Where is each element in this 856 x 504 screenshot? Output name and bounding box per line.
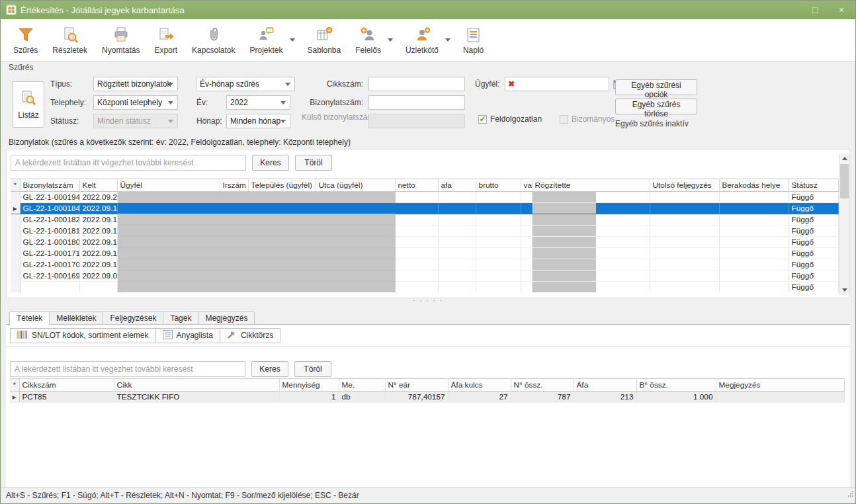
panel-splitter[interactable]: · · · · · bbox=[1, 298, 855, 310]
snlot-button[interactable]: SN/LOT kódok, sortiment elemek bbox=[10, 328, 156, 343]
document-row[interactable]: Függő bbox=[11, 282, 839, 293]
clear-customer-icon[interactable]: ✖ bbox=[505, 77, 517, 91]
scrollbar-thumb[interactable] bbox=[840, 164, 849, 198]
documents-search-input[interactable] bbox=[11, 155, 246, 171]
chevron-down-icon[interactable] bbox=[388, 38, 393, 42]
column-header[interactable]: Utca (ügyfél) bbox=[316, 179, 395, 192]
column-header[interactable]: N° össz. bbox=[511, 379, 574, 392]
log-icon bbox=[465, 25, 482, 44]
external-document-number-label: Külső bizonylatszám: bbox=[302, 114, 363, 121]
document-row[interactable]: GL-22-1-000171 2022.09.14 bbox=[11, 248, 839, 259]
item-row[interactable]: ▸ PCT85 TESZTCIKK FIFO 1 db 787,40157 27… bbox=[10, 392, 845, 403]
resize-grip[interactable] bbox=[847, 487, 854, 502]
document-row[interactable]: GL-22-1-000170 2022.09.14 bbox=[11, 259, 839, 271]
column-header[interactable]: netto bbox=[395, 179, 438, 192]
item-number-input[interactable] bbox=[368, 77, 465, 91]
column-header[interactable]: afa bbox=[438, 179, 476, 192]
document-row[interactable]: ▸ GL-22-1-000184 2022.09.19 bbox=[11, 203, 839, 214]
column-header[interactable]: brutto bbox=[476, 179, 521, 192]
cell-street bbox=[316, 203, 395, 214]
cell-date bbox=[79, 282, 117, 293]
toolbar-export-button[interactable]: Export bbox=[147, 19, 185, 61]
scroll-down-icon[interactable] bbox=[839, 285, 849, 295]
document-row[interactable]: GL-22-1-000194 2022.09.23 bbox=[11, 192, 839, 203]
document-number-input[interactable] bbox=[368, 95, 465, 110]
toolbar-log-button[interactable]: Napló bbox=[456, 19, 491, 61]
column-header[interactable]: Cikkszám bbox=[19, 379, 114, 392]
close-button[interactable]: × bbox=[834, 5, 849, 15]
column-header[interactable]: Áfa bbox=[574, 379, 636, 392]
toolbar-projects-button[interactable]: Projektek bbox=[242, 19, 300, 61]
chevron-down-icon[interactable] bbox=[290, 38, 295, 42]
document-row[interactable]: GL-22-1-000169 2022.09.08 bbox=[11, 271, 839, 282]
month-combo[interactable]: Minden hónap bbox=[226, 114, 290, 128]
status-combo[interactable]: Minden státusz bbox=[93, 114, 178, 128]
items-search-button[interactable]: Keres bbox=[251, 361, 288, 377]
other-filter-options-button[interactable]: Egyéb szűrési opciók bbox=[615, 79, 697, 95]
clear-other-filter-button[interactable]: Egyéb szűrés törlése bbox=[615, 99, 697, 114]
list-button[interactable]: Listáz bbox=[13, 81, 44, 128]
document-row[interactable]: GL-22-1-000181 2022.09.16 bbox=[11, 226, 839, 237]
column-header[interactable]: Me. bbox=[339, 379, 385, 392]
type-label: Típus: bbox=[50, 79, 72, 89]
cell-currency bbox=[521, 282, 532, 293]
detail-tab[interactable]: Tagek bbox=[163, 312, 198, 325]
unprocessed-checkbox[interactable]: ✓ Feldolgozatlan bbox=[478, 114, 542, 124]
column-header[interactable]: Irszám bbox=[220, 179, 248, 192]
column-header[interactable]: Bizonylatszám bbox=[20, 179, 79, 192]
items-search-input[interactable] bbox=[10, 361, 245, 377]
toolbar-template-button[interactable]: Sablonba bbox=[300, 19, 349, 61]
toolbar-responsible-button[interactable]: Felelős bbox=[348, 19, 398, 61]
column-header[interactable]: Mennyiség bbox=[279, 379, 339, 392]
chevron-down-icon[interactable] bbox=[445, 38, 450, 42]
customer-lookup-field[interactable]: ✖ bbox=[505, 77, 609, 91]
toolbar-details-button[interactable]: Részletek bbox=[45, 19, 95, 61]
column-header[interactable]: Utolsó feljegyzés bbox=[650, 179, 719, 192]
type-combo[interactable]: Rögzített bizonylatok bbox=[93, 77, 178, 91]
column-header[interactable]: Áfa kulcs bbox=[448, 379, 511, 392]
scroll-up-icon[interactable] bbox=[839, 153, 849, 163]
detail-tab[interactable]: Megjegyzés bbox=[198, 312, 255, 325]
detail-tab[interactable]: Feljegyzések bbox=[103, 312, 163, 325]
document-row[interactable]: GL-22-1-000182 2022.09.16 bbox=[11, 214, 839, 226]
toolbar-filter-button[interactable]: Szűrés bbox=[6, 19, 45, 61]
documents-search-button[interactable]: Keres bbox=[252, 155, 289, 171]
date-filter-mode-combo[interactable]: Év-hónap szűrés bbox=[196, 77, 295, 91]
column-header[interactable]: Státusz bbox=[789, 179, 839, 192]
vertical-scrollbar[interactable] bbox=[839, 153, 849, 295]
external-document-number-input[interactable] bbox=[368, 114, 465, 128]
column-header[interactable]: N° eár bbox=[385, 379, 448, 392]
maximize-button[interactable]: □ bbox=[808, 5, 822, 15]
item-master-button[interactable]: Cikktörzs bbox=[220, 328, 280, 343]
column-header[interactable]: Berakodás helye bbox=[719, 179, 789, 192]
cell-city bbox=[248, 192, 316, 203]
column-header[interactable]: va bbox=[521, 179, 532, 192]
column-header[interactable]: Ügyfél bbox=[117, 179, 220, 192]
consignment-checkbox[interactable]: Bizományos bbox=[560, 114, 615, 124]
column-header[interactable]: Rögzítette bbox=[532, 179, 650, 192]
documents-clear-search-button[interactable]: Töröl bbox=[295, 155, 332, 171]
year-combo[interactable]: 2022 bbox=[226, 95, 290, 110]
site-combo[interactable]: Központi telephely bbox=[93, 95, 178, 110]
row-indicator bbox=[11, 237, 20, 248]
material-list-button[interactable]: Anyaglista bbox=[155, 328, 220, 343]
items-clear-search-button[interactable]: Töröl bbox=[294, 361, 331, 377]
cell-customer bbox=[117, 203, 220, 214]
detail-tab[interactable]: Tételek bbox=[9, 312, 50, 325]
column-header[interactable]: Cikk bbox=[114, 379, 279, 392]
toolbar-print-button[interactable]: Nyomtatás bbox=[95, 19, 147, 61]
cell-zip bbox=[220, 226, 248, 237]
toolbar-attachments-button[interactable]: Kapcsolatok bbox=[185, 19, 242, 61]
document-row[interactable]: GL-22-1-000180 2022.09.16 bbox=[11, 237, 839, 248]
cell-recorded-by bbox=[532, 282, 650, 293]
column-header[interactable]: B° össz. bbox=[636, 379, 716, 392]
column-header[interactable]: Település (ügyfél) bbox=[248, 179, 316, 192]
column-header[interactable]: Megjegyzés bbox=[716, 379, 845, 392]
toolbar-salesrep-button[interactable]: Üzletkötő bbox=[398, 19, 456, 61]
cell-gross bbox=[476, 192, 521, 203]
cell-recorded-by bbox=[532, 192, 650, 203]
column-header[interactable]: Kelt bbox=[79, 179, 117, 192]
cell-date: 2022.09.14 bbox=[79, 259, 117, 271]
cell-loading-place bbox=[719, 248, 789, 259]
detail-tab[interactable]: Mellékletek bbox=[49, 312, 103, 325]
